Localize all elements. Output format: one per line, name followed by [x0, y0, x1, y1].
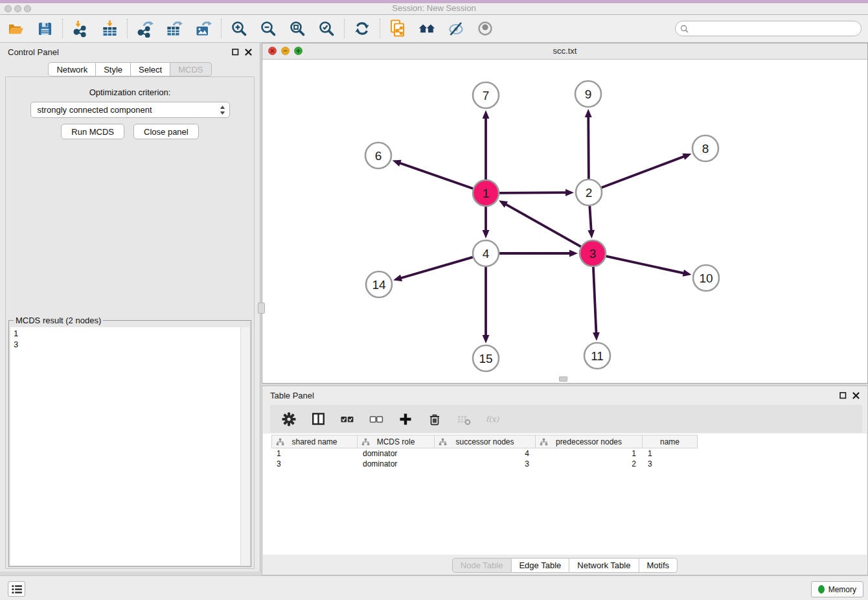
- window-traffic-lights[interactable]: [5, 5, 31, 12]
- zoom-fit-button[interactable]: [288, 19, 306, 38]
- tab-mcds[interactable]: MCDS: [170, 62, 211, 76]
- network-window-titlebar[interactable]: scc.txt: [262, 43, 867, 60]
- tab-node-table[interactable]: Node Table: [452, 558, 512, 573]
- graph-edge-3-10[interactable]: [606, 256, 685, 273]
- tab-network-table[interactable]: Network Table: [569, 558, 639, 573]
- table-cell-mcds-role[interactable]: dominator: [358, 448, 435, 459]
- column-header-name[interactable]: name: [643, 435, 698, 448]
- graph-edge-arrow: [483, 110, 490, 119]
- graph-edge-2-9[interactable]: [588, 116, 589, 179]
- minimize-window-icon[interactable]: [14, 5, 21, 12]
- panel-splitter-grip[interactable]: [258, 303, 265, 314]
- column-header-mcds-role[interactable]: MCDS role: [358, 435, 435, 448]
- table-cell-predecessor-nodes[interactable]: 2: [536, 459, 643, 469]
- graph-edge-3-11[interactable]: [593, 267, 597, 334]
- graph-edge-2-8[interactable]: [602, 156, 685, 188]
- delete-table-button[interactable]: [456, 411, 472, 427]
- graph-edge-4-14[interactable]: [400, 257, 473, 279]
- graph-node-2[interactable]: 2: [576, 179, 602, 205]
- table-row[interactable]: 3dominator323: [271, 459, 698, 469]
- export-table-button[interactable]: [165, 19, 183, 38]
- import-table-button[interactable]: [100, 19, 119, 38]
- close-panel-icon[interactable]: [245, 49, 252, 56]
- search-input[interactable]: [691, 23, 856, 34]
- column-header-predecessor-nodes[interactable]: predecessor nodes: [536, 435, 643, 448]
- network-window-traffic-lights[interactable]: [268, 47, 303, 55]
- graph-edge-1-6[interactable]: [399, 163, 473, 189]
- close-window-icon[interactable]: [5, 5, 12, 12]
- graph-edge-3-1[interactable]: [505, 204, 581, 247]
- table-panel: Table Panel: [262, 386, 868, 575]
- save-session-button[interactable]: [36, 19, 54, 38]
- show-columns-button[interactable]: [310, 411, 326, 427]
- table-cell-shared-name[interactable]: 1: [271, 448, 358, 459]
- network-canvas[interactable]: 7968124314101511: [262, 59, 867, 383]
- graph-node-8[interactable]: 8: [692, 135, 718, 161]
- graph-edge-1-2[interactable]: [499, 192, 567, 193]
- zoom-selected-button[interactable]: [317, 19, 336, 38]
- column-header-shared-name[interactable]: shared name: [271, 435, 358, 448]
- table-cell-predecessor-nodes[interactable]: 1: [536, 448, 643, 459]
- table-settings-button[interactable]: [281, 411, 297, 427]
- search-box[interactable]: [675, 21, 862, 36]
- table-cell-mcds-role[interactable]: dominator: [358, 459, 435, 469]
- delete-column-button[interactable]: [427, 411, 442, 427]
- graph-node-7[interactable]: 7: [473, 82, 499, 108]
- zoom-out-button[interactable]: [259, 19, 277, 38]
- graph-node-10[interactable]: 10: [693, 265, 719, 291]
- zoom-in-button[interactable]: [230, 19, 248, 38]
- export-image-button[interactable]: [194, 19, 212, 38]
- select-all-columns-button[interactable]: [339, 411, 355, 427]
- tab-network[interactable]: Network: [48, 62, 96, 76]
- new-network-from-selection-button[interactable]: [389, 19, 407, 38]
- tab-style[interactable]: Style: [96, 62, 131, 76]
- graph-node-4[interactable]: 4: [473, 240, 499, 266]
- graph-node-11[interactable]: 11: [584, 343, 610, 369]
- graph-node-label: 15: [479, 352, 492, 365]
- table-cell-successor-nodes[interactable]: 3: [435, 459, 536, 469]
- import-network-button[interactable]: [71, 19, 89, 38]
- optimization-select[interactable]: strongly connected component: [30, 102, 230, 118]
- show-all-networks-button[interactable]: [418, 19, 436, 38]
- maximize-view-icon[interactable]: [294, 47, 303, 55]
- mcds-result-scrollbar[interactable]: [240, 327, 249, 565]
- column-header-successor-nodes[interactable]: successor nodes: [435, 435, 536, 448]
- minimize-view-icon[interactable]: [281, 47, 290, 55]
- export-network-button[interactable]: [136, 19, 154, 38]
- graph-node-6[interactable]: 6: [365, 143, 391, 168]
- table-cell-successor-nodes[interactable]: 4: [435, 448, 536, 459]
- node-table: shared nameMCDS rolesuccessor nodesprede…: [263, 433, 867, 555]
- table-row[interactable]: 1dominator411: [271, 448, 698, 459]
- graph-node-3[interactable]: 3: [580, 240, 606, 266]
- mcds-result-text[interactable]: 1 3: [10, 327, 240, 565]
- graph-node-14[interactable]: 14: [366, 271, 392, 297]
- run-mcds-button[interactable]: Run MCDS: [61, 124, 124, 139]
- deselect-all-columns-button[interactable]: [369, 411, 384, 427]
- tab-motifs[interactable]: Motifs: [639, 558, 678, 573]
- graph-node-15[interactable]: 15: [473, 345, 499, 371]
- refresh-view-button[interactable]: [353, 19, 371, 38]
- add-column-button[interactable]: [398, 411, 413, 427]
- table-cell-name[interactable]: 1: [643, 448, 698, 459]
- canvas-scrollbar-grip[interactable]: [559, 376, 567, 382]
- float-panel-icon[interactable]: [232, 49, 239, 56]
- float-table-panel-icon[interactable]: [839, 392, 847, 399]
- open-session-button[interactable]: [6, 19, 25, 38]
- graph-node-9[interactable]: 9: [575, 81, 601, 107]
- close-panel-button[interactable]: Close panel: [133, 124, 199, 139]
- hide-selected-button[interactable]: [447, 19, 465, 38]
- graph-edge-2-3[interactable]: [589, 206, 591, 231]
- tab-edge-table[interactable]: Edge Table: [511, 558, 569, 573]
- table-cell-name[interactable]: 3: [643, 459, 698, 469]
- close-view-icon[interactable]: [268, 47, 277, 55]
- maximize-window-icon[interactable]: [24, 5, 31, 12]
- close-table-panel-icon[interactable]: [852, 392, 860, 399]
- graph-node-1[interactable]: 1: [473, 180, 499, 206]
- tab-select[interactable]: Select: [131, 62, 170, 76]
- show-panels-button[interactable]: [8, 581, 25, 597]
- show-hidden-button[interactable]: [476, 19, 494, 38]
- export-image-icon: [195, 20, 212, 38]
- table-cell-shared-name[interactable]: 3: [271, 459, 358, 469]
- memory-button[interactable]: Memory: [811, 581, 863, 597]
- function-builder-button[interactable]: f(x): [485, 411, 501, 427]
